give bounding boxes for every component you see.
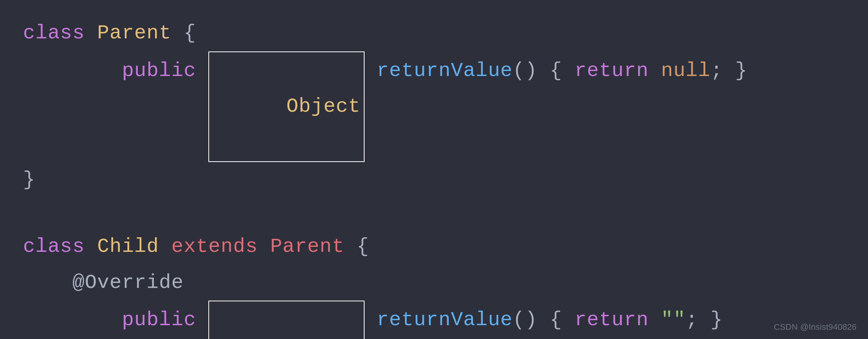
space-12 <box>344 229 356 265</box>
code-line-6: @Override <box>23 265 845 301</box>
space-6 <box>562 53 574 89</box>
close-brace-class-parent: } <box>23 162 35 198</box>
close-brace-2: } <box>710 302 723 338</box>
keyword-extends: extends <box>172 229 258 265</box>
keyword-public-1: public <box>122 53 196 89</box>
class-name-parent: Parent <box>97 15 171 51</box>
semicolon-2: ; <box>686 302 698 338</box>
space-17 <box>649 302 661 338</box>
code-line-5: class Child extends Parent { <box>23 229 845 265</box>
space-3 <box>196 53 208 89</box>
space-1 <box>85 15 97 51</box>
open-brace-4: { <box>550 302 562 338</box>
space-14 <box>365 302 377 338</box>
watermark-text: CSDN @Insist940826 <box>774 322 856 332</box>
keyword-public-2: public <box>122 302 196 338</box>
space-7 <box>649 53 661 89</box>
keyword-return-1: return <box>574 53 649 89</box>
parent-name-in-extends: Parent <box>270 229 344 265</box>
keyword-return-2: return <box>574 302 649 338</box>
space-13 <box>196 302 208 338</box>
blank-line <box>23 198 845 229</box>
keyword-class-1: class <box>23 15 85 51</box>
space-2 <box>171 15 183 51</box>
parens-1: () <box>513 53 537 89</box>
open-brace-3: { <box>357 229 369 265</box>
space-9 <box>85 229 97 265</box>
type-object-text: Object <box>286 95 360 118</box>
close-brace-1: } <box>735 53 748 89</box>
space-4 <box>365 53 377 89</box>
code-line-2: public Object returnValue () { return nu… <box>23 51 845 162</box>
code-line-3: } <box>23 162 845 198</box>
parens-2: () <box>513 302 537 338</box>
open-brace-2: { <box>550 53 562 89</box>
method-returnvalue-2: returnValue <box>377 302 513 338</box>
space-8 <box>723 53 735 89</box>
code-line-1: class Parent { <box>23 15 845 51</box>
open-brace-1: { <box>184 15 196 51</box>
indent-1 <box>23 53 122 89</box>
space-15 <box>537 302 550 338</box>
code-line-7: public String returnValue () { return ""… <box>23 301 845 339</box>
class-name-child: Child <box>97 229 159 265</box>
space-18 <box>698 302 710 338</box>
space-11 <box>258 229 270 265</box>
indent-2 <box>23 265 73 301</box>
annotation-override: @Override <box>73 265 184 301</box>
space-16 <box>562 302 574 338</box>
type-string-boxed: String <box>208 301 364 339</box>
keyword-null: null <box>661 53 711 89</box>
string-value: "" <box>661 302 686 338</box>
indent-3 <box>23 302 122 338</box>
keyword-class-2: class <box>23 229 85 265</box>
type-object-boxed: Object <box>208 51 364 162</box>
space-5 <box>537 53 550 89</box>
semicolon-1: ; <box>710 53 723 89</box>
method-returnvalue-1: returnValue <box>377 53 513 89</box>
space-10 <box>159 229 171 265</box>
code-container: class Parent { public Object returnValue… <box>0 0 868 339</box>
